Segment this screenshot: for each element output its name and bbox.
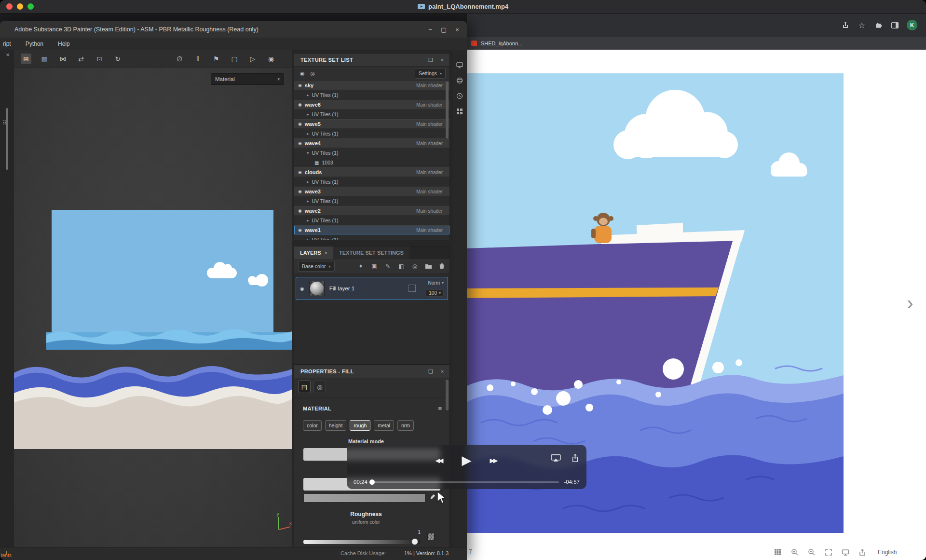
expand-caret-icon[interactable] xyxy=(307,199,309,204)
extensions-puzzle-icon[interactable] xyxy=(874,21,883,29)
channel-chip[interactable]: metal xyxy=(374,420,394,431)
channel-chip[interactable]: rough xyxy=(350,420,370,431)
texture-set-row[interactable]: wave1 Main shader xyxy=(294,225,449,235)
fast-forward-icon[interactable]: ▶▶ xyxy=(490,457,498,464)
show-mesh-eye-icon[interactable]: ◉ xyxy=(300,70,305,77)
channel-chip[interactable]: color xyxy=(303,420,322,431)
paint-brush-icon[interactable]: ✎ xyxy=(384,262,392,270)
smart-material-icon[interactable]: ◎ xyxy=(411,262,419,270)
tab-texture-set-settings[interactable]: TEXTURE SET SETTINGS xyxy=(333,246,409,259)
sphere-preview-tab-icon[interactable]: ◎ xyxy=(313,381,326,393)
player-progress-track[interactable] xyxy=(372,481,559,483)
play-icon[interactable]: ▶ xyxy=(462,453,472,468)
menu-python[interactable]: Python xyxy=(25,40,44,48)
texture-set-row[interactable]: 1003 xyxy=(294,158,449,167)
share-icon[interactable] xyxy=(841,21,850,29)
language-selector[interactable]: English xyxy=(878,549,897,556)
texture-set-row[interactable]: UV Tiles (1) xyxy=(294,148,449,158)
bookmark-star-icon[interactable]: ☆ xyxy=(858,21,866,29)
channel-filter-dropdown[interactable]: Base color ▾ xyxy=(298,261,335,272)
expand-caret-icon[interactable] xyxy=(307,131,309,136)
perspective-icon[interactable]: ∅ xyxy=(174,54,185,64)
minimize-icon[interactable]: − xyxy=(424,24,436,35)
shader-settings-icon[interactable] xyxy=(455,76,464,85)
browser-tab[interactable]: SHED_lqAbonn... xyxy=(467,37,926,50)
texture-set-row[interactable]: wave4 Main shader xyxy=(294,138,449,148)
airplay-icon[interactable] xyxy=(551,454,561,464)
close-tab-icon[interactable]: × xyxy=(325,250,327,256)
texture-set-row[interactable]: wave5 Main shader xyxy=(294,119,449,129)
visibility-eye-icon[interactable] xyxy=(298,208,302,213)
texture-set-row[interactable]: UV Tiles (1) xyxy=(294,90,449,100)
visibility-eye-icon[interactable] xyxy=(298,83,302,88)
mirror-icon[interactable]: ⇄ xyxy=(76,54,86,64)
dock-panel-icon[interactable]: ❏ xyxy=(427,369,434,375)
texture-set-row[interactable]: UV Tiles (1) xyxy=(294,177,449,187)
side-panel-icon[interactable] xyxy=(890,21,899,29)
visibility-eye-icon[interactable] xyxy=(298,189,302,194)
fill-layer-icon[interactable]: ◧ xyxy=(397,262,405,270)
share-page-icon[interactable] xyxy=(858,548,866,556)
texture-set-settings-dropdown[interactable]: Settings ▾ xyxy=(415,68,446,79)
zoom-in-icon[interactable] xyxy=(790,548,799,556)
layer-row-fill-layer-1[interactable]: ◉ Fill layer 1 Norm ▾ 100 ▾ xyxy=(296,277,448,300)
close-icon[interactable]: × xyxy=(451,24,463,35)
toolbar-close-icon[interactable]: × xyxy=(4,51,12,58)
geometry-view-icon[interactable]: ▢ xyxy=(229,54,240,64)
texture-set-row[interactable]: sky Main shader xyxy=(294,81,449,90)
visibility-eye-icon[interactable] xyxy=(298,122,302,126)
uniform-color-bar[interactable] xyxy=(303,493,425,503)
properties-scrollbar[interactable] xyxy=(446,380,449,410)
symmetry-icon[interactable]: ⋈ xyxy=(57,54,68,64)
rewind-icon[interactable]: ◀◀ xyxy=(436,457,444,464)
tab-layers[interactable]: LAYERS × xyxy=(294,246,333,259)
texture-set-row[interactable]: UV Tiles (1) xyxy=(294,235,449,240)
roughness-slider-knob[interactable] xyxy=(411,538,418,545)
frame-view-icon[interactable]: ⊡ xyxy=(94,54,105,64)
menu-script[interactable]: ript xyxy=(2,40,12,48)
presentation-icon[interactable] xyxy=(841,548,849,556)
projection-icon[interactable]: ▣ xyxy=(370,262,378,270)
expand-caret-icon[interactable] xyxy=(307,150,309,155)
maximize-icon[interactable]: ▢ xyxy=(438,24,449,35)
material-picker-icon[interactable]: ✦ xyxy=(357,262,365,270)
texture-slot-icon[interactable] xyxy=(427,533,435,540)
close-window-button[interactable] xyxy=(6,3,13,10)
texture-set-row[interactable]: wave2 Main shader xyxy=(294,206,449,216)
display-settings-icon[interactable] xyxy=(455,61,464,69)
snap-grid-icon[interactable]: ⊞ xyxy=(21,54,31,64)
visibility-eye-icon[interactable] xyxy=(298,141,302,146)
texture-set-row[interactable]: UV Tiles (1) xyxy=(294,196,449,206)
capture-icon[interactable]: ◉ xyxy=(266,54,276,64)
texture-set-row[interactable]: wave6 Main shader xyxy=(294,100,449,109)
texture-set-row[interactable]: wave3 Main shader xyxy=(294,187,449,196)
color-picker-icon[interactable] xyxy=(428,492,437,501)
blend-mode-dropdown[interactable]: Norm ▾ xyxy=(428,280,444,286)
menu-help[interactable]: Help xyxy=(57,40,71,48)
layer-mask-slot[interactable] xyxy=(409,285,416,292)
expand-caret-icon[interactable] xyxy=(307,93,309,97)
next-page-chevron[interactable]: › xyxy=(903,293,917,313)
close-panel-icon[interactable]: × xyxy=(439,369,446,375)
texture-manager-icon[interactable] xyxy=(455,107,464,116)
viewport-mode-dropdown[interactable]: Material ▾ xyxy=(211,73,284,85)
expand-caret-icon[interactable] xyxy=(307,112,309,117)
texture-set-row[interactable]: UV Tiles (1) xyxy=(294,109,449,119)
dock-panel-icon[interactable]: ❏ xyxy=(427,57,434,63)
minimize-window-button[interactable] xyxy=(17,3,23,10)
section-menu-icon[interactable]: ≡ xyxy=(438,405,442,412)
fullscreen-icon[interactable] xyxy=(824,548,832,556)
pixel-grid-icon[interactable]: ▦ xyxy=(39,54,50,64)
painter-viewport[interactable]: Material ▾ xyxy=(14,68,292,547)
camera-view-icon[interactable]: ▷ xyxy=(247,54,258,64)
channel-chip[interactable]: nrm xyxy=(397,420,414,431)
expand-caret-icon[interactable] xyxy=(307,218,309,223)
show-material-eye-icon[interactable]: ◎ xyxy=(311,70,315,77)
opacity-dropdown[interactable]: 100 ▾ xyxy=(426,289,444,297)
profile-avatar[interactable]: K xyxy=(907,20,917,30)
reset-rotation-icon[interactable]: ↻ xyxy=(112,54,123,64)
pause-engine-icon[interactable]: ‖ xyxy=(192,54,203,64)
thumbnails-grid-icon[interactable] xyxy=(774,548,782,556)
expand-caret-icon[interactable] xyxy=(307,179,309,184)
texture-set-scrollbar[interactable] xyxy=(446,82,449,138)
